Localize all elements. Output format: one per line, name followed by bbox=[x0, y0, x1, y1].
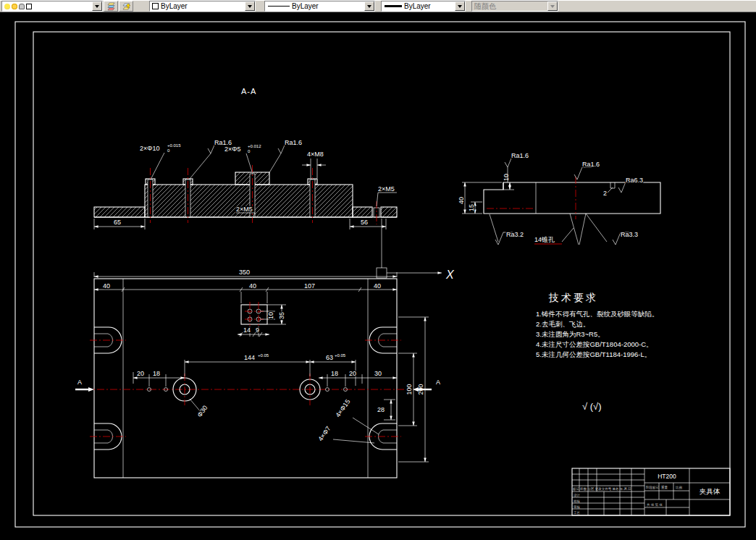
chevron-down-icon[interactable] bbox=[364, 1, 374, 11]
dim-2xm5-mid: 2×M5 bbox=[236, 206, 253, 213]
linetype-sample-icon bbox=[268, 6, 290, 7]
tech-req-item: 2.去毛刺、飞边。 bbox=[536, 320, 589, 328]
stage-label: 阶段标记 bbox=[646, 485, 660, 490]
tech-req-title: 技术要求 bbox=[548, 292, 598, 303]
dim-4xm8: 4×M8 bbox=[307, 151, 324, 158]
dim-40-left: 40 bbox=[103, 282, 110, 290]
dim-35: 35 bbox=[278, 312, 285, 319]
color-swatch-icon bbox=[152, 3, 159, 9]
chevron-down-icon bbox=[547, 1, 558, 11]
section-view: A-A 65 56 2×Φ10 +0.015 bbox=[94, 87, 397, 268]
layer-properties-button[interactable] bbox=[104, 1, 118, 12]
dim-30: 30 bbox=[374, 370, 382, 377]
dim-350: 350 bbox=[239, 269, 250, 276]
dim-4x15: 4×Φ15 bbox=[334, 398, 351, 418]
material-label: HT200 bbox=[658, 473, 676, 480]
dim-144-tol: +0.05 bbox=[258, 353, 269, 358]
layer-on-icon bbox=[4, 4, 10, 9]
row-label: 设计 bbox=[574, 493, 581, 497]
dim-ra16-a: Ra1.6 bbox=[511, 152, 529, 159]
dim-2x5: 2×Φ5 bbox=[224, 145, 240, 153]
plotstyle-combo: 随颜色 bbox=[471, 1, 558, 12]
side-view: 40 15 10 2 Ra1.6 Ra1.6 Ra6.3 Ra3.2 Ra3.3… bbox=[458, 152, 660, 245]
technical-requirements: 技术要求 1.铸件不得有气孔、裂纹及砂眼等缺陷。 2.去毛刺、飞边。 3.未注圆… bbox=[536, 292, 658, 412]
dim-40-right: 40 bbox=[374, 282, 381, 290]
section-marker-right: A bbox=[436, 379, 440, 386]
dim-56: 56 bbox=[361, 219, 368, 226]
dim-2: 2 bbox=[603, 190, 607, 197]
dim-18-left: 18 bbox=[153, 370, 160, 377]
dim-20-right: 20 bbox=[349, 370, 356, 377]
layers-icon bbox=[106, 2, 116, 11]
dim-100: 100 bbox=[406, 384, 413, 395]
tech-req-item: 4.未注尺寸公差按GB/T1804-2000-C。 bbox=[536, 340, 653, 348]
dim-2x5-tol-u: +0.012 bbox=[248, 144, 261, 148]
surface-finish-icon bbox=[574, 167, 592, 180]
layer-combo[interactable] bbox=[1, 1, 103, 12]
dim-40-side: 40 bbox=[458, 197, 465, 204]
dim-2xm5-right: 2×M5 bbox=[378, 185, 395, 193]
revision-header: 标记 处数 分区 更改文件号 签名 年.月.日 bbox=[572, 486, 631, 492]
layer-color-icon bbox=[26, 4, 32, 9]
dim-65: 65 bbox=[114, 219, 121, 226]
axis-x-label: X bbox=[445, 269, 455, 281]
sheet-frame bbox=[15, 22, 745, 527]
dim-4x7: 4×Φ7 bbox=[316, 425, 332, 442]
dim-144: 144 bbox=[244, 354, 255, 361]
color-value: ByLayer bbox=[159, 1, 245, 11]
dim-2x10-tol-u: +0.015 bbox=[167, 143, 181, 148]
object-properties-toolbar: ByLayer ByLayer ByLayer 随颜色 bbox=[0, 0, 756, 12]
weight-label: 重量 bbox=[661, 485, 668, 489]
plan-view: 350 40 40 107 40 14 9 10 35 1 bbox=[75, 269, 440, 478]
row-label: 校核 bbox=[574, 499, 581, 503]
dim-ra32: Ra3.2 bbox=[506, 231, 524, 238]
drawing-viewport[interactable]: A-A 65 56 2×Φ10 +0.015 bbox=[0, 12, 756, 540]
tech-req-item: 1.铸件不得有气孔、裂纹及砂眼等缺陷。 bbox=[536, 310, 658, 318]
dim-18-right: 18 bbox=[331, 370, 338, 377]
make-object-layer-current-button[interactable] bbox=[119, 1, 133, 12]
dim-63-tol: +0.05 bbox=[335, 353, 346, 358]
title-block: HT200 夹具体 标记 处数 分区 更改文件号 签名 年.月.日 设计 校核 … bbox=[572, 468, 730, 515]
tech-req-item: 5.未注几何公差按GB/T1184-1996-L。 bbox=[536, 350, 651, 358]
dim-2x10-tol-d: 0 bbox=[167, 148, 170, 153]
part-name-label: 夹具体 bbox=[700, 487, 721, 495]
sheets-label: 共 张 第 张 bbox=[647, 503, 663, 507]
dim-ra16-b: Ra1.6 bbox=[582, 161, 600, 168]
dim-2x5-tol-d: 0 bbox=[248, 149, 251, 153]
linetype-combo[interactable]: ByLayer bbox=[264, 1, 375, 12]
section-label: A-A bbox=[241, 87, 256, 96]
dim-63: 63 bbox=[326, 354, 333, 361]
scale-label: 比例 bbox=[676, 486, 683, 490]
linetype-value: ByLayer bbox=[290, 1, 364, 11]
dim-dia30: Φ30 bbox=[196, 404, 209, 418]
dim-2x10: 2×Φ10 bbox=[140, 145, 159, 152]
dim-28: 28 bbox=[377, 406, 385, 413]
dim-15: 15 bbox=[468, 204, 475, 211]
dim-10-plan: 10 bbox=[267, 312, 274, 319]
section-marker-left: A bbox=[77, 379, 82, 386]
drawing-canvas[interactable]: A-A 65 56 2×Φ10 +0.015 bbox=[0, 12, 756, 540]
lineweight-sample-icon bbox=[385, 5, 402, 7]
chevron-down-icon[interactable] bbox=[245, 1, 255, 11]
dim-14: 14 bbox=[243, 326, 251, 334]
tech-req-item: 3.未注圆角为R3~R5。 bbox=[536, 330, 605, 338]
layer-state-icons bbox=[2, 4, 32, 9]
dim-20-left: 20 bbox=[137, 370, 144, 377]
dim-40-mid: 40 bbox=[249, 282, 256, 290]
chevron-down-icon[interactable] bbox=[92, 1, 102, 11]
chevron-down-icon[interactable] bbox=[455, 1, 465, 11]
dim-ra16-right: Ra1.6 bbox=[285, 139, 302, 146]
dim-10-side: 10 bbox=[503, 174, 510, 181]
dim-ra63: Ra6.3 bbox=[626, 177, 643, 184]
taper-hole-label: 14锥孔 bbox=[534, 236, 555, 243]
layer-current-icon bbox=[122, 2, 131, 11]
plotstyle-value: 随颜色 bbox=[472, 1, 547, 11]
dim-ra33: Ra3.3 bbox=[621, 231, 638, 238]
color-combo[interactable]: ByLayer bbox=[149, 1, 256, 12]
dim-9: 9 bbox=[256, 326, 259, 334]
row-label: 工艺 bbox=[574, 510, 581, 515]
surface-finish-note: √ (√) bbox=[582, 401, 602, 412]
layer-thaw-icon bbox=[12, 4, 17, 9]
lineweight-combo[interactable]: ByLayer bbox=[381, 1, 466, 12]
dim-107: 107 bbox=[304, 282, 315, 290]
